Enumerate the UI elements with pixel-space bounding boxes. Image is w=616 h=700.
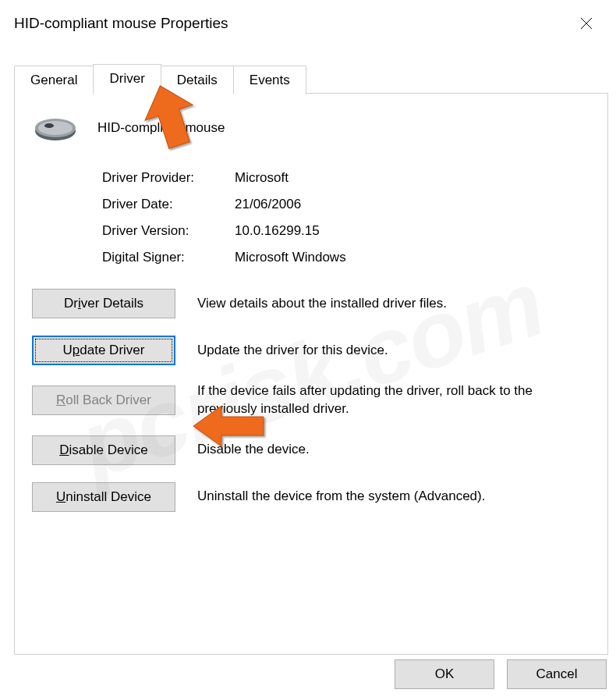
provider-label: Driver Provider: xyxy=(102,170,235,186)
mouse-icon xyxy=(32,112,79,144)
date-label: Driver Date: xyxy=(102,197,235,212)
tab-driver[interactable]: Driver xyxy=(93,64,161,94)
disable-desc: Disable the device. xyxy=(197,441,590,459)
uninstall-row: Uninstall Device Uninstall the device fr… xyxy=(32,482,590,512)
update-driver-desc: Update the driver for this device. xyxy=(197,342,590,360)
ok-button[interactable]: OK xyxy=(395,659,494,689)
svg-point-5 xyxy=(44,123,54,128)
signer-value: Microsoft Windows xyxy=(235,250,346,265)
roll-back-row: Roll Back Driver If the device fails aft… xyxy=(32,382,590,418)
driver-details-button[interactable]: Driver Details xyxy=(32,289,175,318)
driver-details-row: Driver Details View details about the in… xyxy=(32,289,590,318)
dialog-buttons: OK Cancel xyxy=(395,659,607,689)
update-driver-button[interactable]: Update Driver xyxy=(32,336,175,365)
disable-device-button[interactable]: Disable Device xyxy=(32,435,175,465)
update-driver-row: Update Driver Update the driver for this… xyxy=(32,336,590,365)
cancel-button[interactable]: Cancel xyxy=(507,659,607,689)
driver-details-desc: View details about the installed driver … xyxy=(197,295,590,313)
titlebar: HID-compliant mouse Properties xyxy=(0,0,616,47)
version-label: Driver Version: xyxy=(102,223,235,239)
device-header: HID-compliant mouse xyxy=(32,112,590,144)
driver-panel: pcrisk.com HID-compliant mouse Driver Pr… xyxy=(14,93,608,655)
roll-back-driver-button: Roll Back Driver xyxy=(32,386,175,415)
provider-value: Microsoft xyxy=(235,170,289,186)
tab-details[interactable]: Details xyxy=(161,66,234,94)
version-value: 10.0.16299.15 xyxy=(235,223,320,239)
device-name: HID-compliant mouse xyxy=(97,120,225,136)
tab-strip: General Driver Details Events xyxy=(14,64,616,93)
svg-point-4 xyxy=(38,121,73,135)
tab-general[interactable]: General xyxy=(14,66,94,94)
close-button[interactable] xyxy=(571,9,602,37)
driver-info: Driver Provider: Microsoft Driver Date: … xyxy=(102,170,590,265)
signer-label: Digital Signer: xyxy=(102,250,235,265)
uninstall-desc: Uninstall the device from the system (Ad… xyxy=(197,488,590,506)
tab-events[interactable]: Events xyxy=(233,66,306,94)
window-title: HID-compliant mouse Properties xyxy=(14,15,228,32)
uninstall-device-button[interactable]: Uninstall Device xyxy=(32,482,175,512)
disable-row: Disable Device Disable the device. xyxy=(32,435,590,465)
date-value: 21/06/2006 xyxy=(235,197,301,212)
roll-back-desc: If the device fails after updating the d… xyxy=(197,382,590,418)
